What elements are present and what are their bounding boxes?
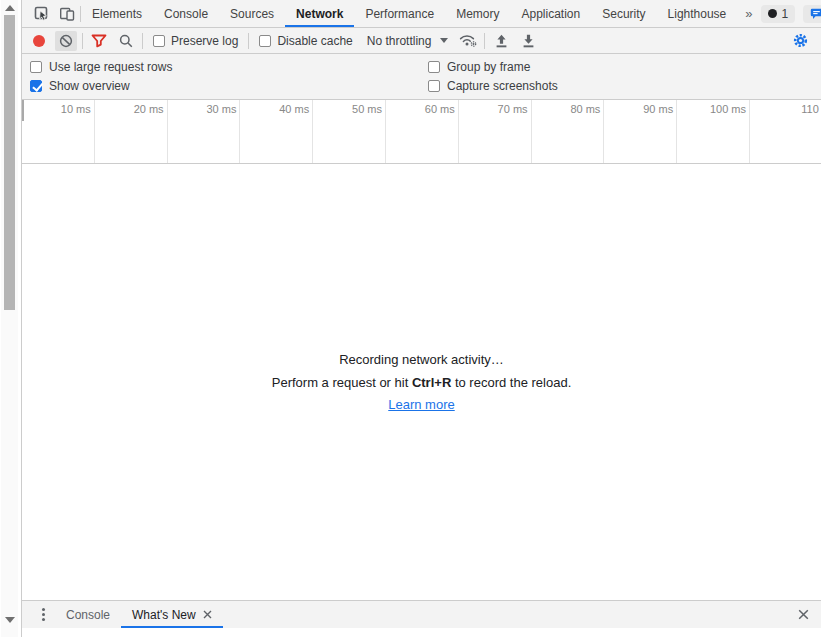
timeline-tick: 10 ms [22,100,95,163]
scroll-up-icon[interactable] [5,5,15,11]
tab-performance[interactable]: Performance [354,0,445,27]
timeline-tick: 100 ms [677,100,750,163]
divider [82,33,83,49]
throttling-dropdown[interactable]: No throttling [363,34,453,48]
issues-bubble-icon [810,8,821,20]
tab-memory[interactable]: Memory [445,0,510,27]
close-tab-icon[interactable] [203,610,212,619]
tab-label: Elements [92,7,142,21]
settings-row: Use large request rows Group by frame [22,57,821,76]
reload-hint-text: Perform a request or hit Ctrl+R to recor… [272,375,572,390]
filter-button[interactable] [88,31,110,51]
clear-network-log-button[interactable] [55,31,77,51]
export-har-icon [522,34,535,48]
search-button[interactable] [115,31,137,51]
disable-cache-checkbox[interactable]: Disable cache [254,34,357,48]
throttling-value: No throttling [367,34,432,48]
inspect-element-button[interactable] [28,0,54,27]
overview-left-nub [22,100,24,121]
timeline-tick: 40 ms [240,100,313,163]
import-har-button[interactable] [490,31,512,51]
checkbox [428,80,440,92]
drawer-tab-whats-new[interactable]: What's New [121,601,223,628]
tab-label: Lighthouse [668,7,727,21]
record-button[interactable] [28,31,50,51]
tab-label: Network [296,7,343,21]
filter-funnel-icon [91,34,107,48]
timeline-tick: 60 ms [386,100,459,163]
settings-row: Show overview Capture screenshots [22,76,821,95]
chevron-down-icon [440,38,448,43]
drawer-tab-label: Console [66,608,110,622]
learn-more-link[interactable]: Learn more [388,397,454,412]
search-icon [119,34,133,48]
export-har-button[interactable] [517,31,539,51]
divider [142,33,143,49]
checkbox-label: Show overview [49,79,130,93]
timeline-tick: 70 ms [459,100,532,163]
timeline-tick: 50 ms [313,100,386,163]
tab-label: Application [521,7,580,21]
divider [248,33,249,49]
issues-count-badge[interactable]: 2 [803,5,821,23]
device-toolbar-button[interactable] [54,0,80,27]
inspect-cursor-icon [34,6,49,21]
network-settings-button[interactable] [789,31,811,51]
checkbox [30,61,42,73]
timeline-tick: 80 ms [532,100,605,163]
error-dot-icon [768,9,777,18]
checkbox [259,35,271,47]
scroll-down-icon[interactable] [5,617,15,623]
tab-sources[interactable]: Sources [219,0,285,27]
capture-screenshots-checkbox[interactable]: Capture screenshots [428,79,558,93]
drawer-content-strip [22,628,821,637]
tab-label: Memory [456,7,499,21]
show-overview-checkbox[interactable]: Show overview [22,79,428,93]
network-log-empty-state: Recording network activity… Perform a re… [22,164,821,600]
tab-network[interactable]: Network [285,0,354,27]
use-large-request-rows-checkbox[interactable]: Use large request rows [22,60,428,74]
checkbox-label: Disable cache [277,34,352,48]
preserve-log-checkbox[interactable]: Preserve log [148,34,243,48]
close-icon [798,609,809,620]
recording-status-text: Recording network activity… [339,352,504,367]
tab-label: Console [164,7,208,21]
checkbox [153,35,165,47]
error-count: 1 [782,7,789,21]
more-tabs-button[interactable]: » [737,0,760,27]
close-drawer-button[interactable] [798,601,821,628]
record-icon [33,35,45,47]
error-count-badge[interactable]: 1 [761,5,796,23]
network-overview-timeline[interactable]: 10 ms 20 ms 30 ms 40 ms 50 ms 60 ms 70 m… [22,100,821,164]
tab-elements[interactable]: Elements [81,0,153,27]
group-by-frame-checkbox[interactable]: Group by frame [428,60,530,74]
devtools-window: Elements Console Sources Network Perform… [21,0,821,637]
tab-label: Performance [365,7,434,21]
network-conditions-button[interactable] [457,31,479,51]
scrollbar-thumb[interactable] [4,15,15,310]
timeline-tick: 20 ms [95,100,168,163]
network-conditions-icon [459,33,478,48]
divider [484,33,485,49]
checkbox-label: Group by frame [447,60,530,74]
hint-shortcut: Ctrl+R [412,375,451,390]
timeline-tick: 110 [750,100,821,163]
checkbox [428,61,440,73]
tab-security[interactable]: Security [591,0,656,27]
tabbar-right-controls: 1 2 [761,0,821,27]
tab-application[interactable]: Application [510,0,591,27]
tab-label: Sources [230,7,274,21]
tab-console[interactable]: Console [153,0,219,27]
page-scrollbar[interactable] [0,0,21,637]
hint-suffix: to record the reload. [451,375,571,390]
timeline-tick: 30 ms [168,100,241,163]
gear-icon-active [792,32,809,49]
network-toolbar: Preserve log Disable cache No throttling [22,28,821,54]
drawer-tab-label: What's New [132,608,196,622]
drawer-tab-console[interactable]: Console [55,601,121,628]
network-settings-pane: Use large request rows Group by frame Sh… [22,54,821,100]
tab-lighthouse[interactable]: Lighthouse [657,0,738,27]
drawer-tabbar: Console What's New [22,600,821,628]
import-har-icon [495,34,508,48]
drawer-menu-button[interactable] [42,613,45,616]
